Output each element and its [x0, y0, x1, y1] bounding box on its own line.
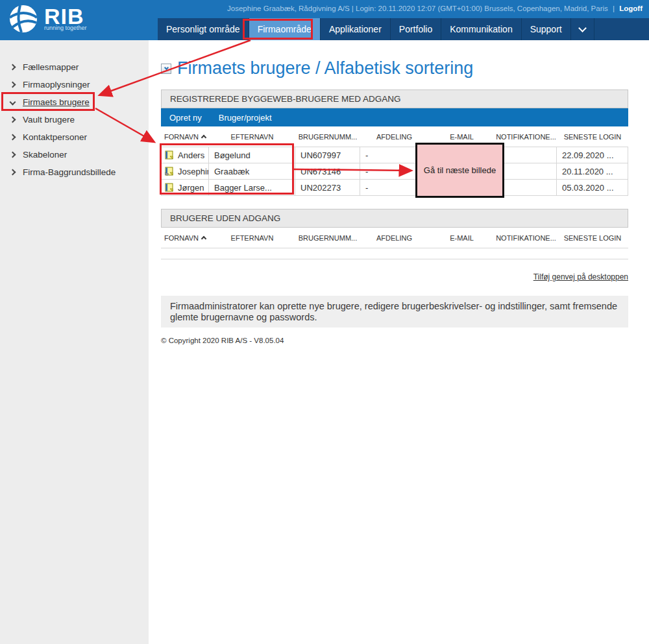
- sidebar-item-firmaets-brugere[interactable]: Firmaets brugere: [0, 93, 149, 111]
- tab-applikationer[interactable]: Applikationer: [321, 18, 391, 40]
- column-fornavn[interactable]: FORNAVN: [161, 133, 209, 141]
- chevron-down-icon: [164, 66, 168, 70]
- cell-afdeling: -: [360, 163, 428, 179]
- user-login-text: Josephine Graabæk, Rådgivning A/S | Logi…: [227, 5, 608, 12]
- top-header: RIB running together Josephine Graabæk, …: [0, 0, 649, 40]
- column-efternavn[interactable]: EFTERNAVN: [209, 133, 295, 141]
- tab-kommunikation[interactable]: Kommunikation: [441, 18, 522, 40]
- main-nav-tabbar: Personligt område Firmaområde Applikatio…: [158, 18, 649, 40]
- chevron-up-icon: [201, 135, 206, 140]
- table-row-joergen[interactable]: Jørgen Bagger Larse... UN202273 - 05.03.…: [161, 179, 628, 195]
- column-header-row: FORNAVN EFTERNAVN BRUGERNUMM... AFDELING…: [161, 126, 628, 147]
- sidebar-item-faellesmapper[interactable]: Fællesmapper: [0, 58, 149, 76]
- tab-portfolio[interactable]: Portfolio: [391, 18, 441, 40]
- chevron-right-icon: [9, 169, 16, 176]
- column-header-row: FORNAVN EFTERNAVN BRUGERNUMM... AFDELING…: [161, 228, 628, 248]
- table-row-anders[interactable]: Anders Bøgelund UN607997 - 22.09.2020 ..…: [161, 147, 628, 163]
- section-header-no-access: BRUGERE UDEN ADGANG: [161, 209, 628, 228]
- chevron-down-icon: [9, 99, 16, 106]
- table-toolbar: Opret ny Bruger/projekt: [161, 108, 628, 126]
- chevron-right-icon: [9, 117, 16, 123]
- chevron-right-icon: [9, 152, 16, 158]
- user-card-icon: [165, 183, 174, 192]
- column-seneste-login[interactable]: SENESTE LOGIN: [557, 133, 628, 141]
- cell-email: [428, 180, 495, 195]
- tab-personligt-omraade[interactable]: Personligt område: [158, 18, 249, 40]
- cell-notifikationer: [495, 163, 557, 179]
- column-brugernummer[interactable]: BRUGERNUMM...: [295, 133, 360, 141]
- cell-seneste-login: 05.03.2020 ...: [557, 180, 628, 195]
- cell-brugernummer: UN673146: [295, 163, 360, 179]
- logoff-link[interactable]: Logoff: [619, 5, 643, 12]
- cell-brugernummer: UN607997: [295, 147, 360, 163]
- chevron-right-icon: [9, 64, 16, 71]
- cell-seneste-login: 22.09.2020 ...: [557, 147, 628, 163]
- admin-info-box: Firmaadministratorer kan oprette nye bru…: [161, 296, 628, 328]
- app-window: RIB running together Josephine Graabæk, …: [0, 0, 649, 644]
- cell-brugernummer: UN202273: [295, 180, 360, 195]
- tab-firmaomraade[interactable]: Firmaområde: [249, 18, 321, 40]
- cell-email: [428, 147, 495, 163]
- registered-users-table: REGISTREREDE BYGGEWEB-BRUGERE MED ADGANG…: [161, 89, 628, 196]
- cell-afdeling: -: [360, 147, 428, 163]
- rib-sphere-icon: [8, 3, 39, 34]
- cell-fornavn: Anders: [178, 150, 204, 160]
- cell-efternavn: Bøgelund: [209, 147, 295, 163]
- rib-logo[interactable]: RIB running together: [8, 3, 87, 34]
- sidebar-item-vault-brugere[interactable]: Vault brugere: [0, 111, 149, 128]
- brand-tagline: running together: [44, 25, 87, 31]
- cell-afdeling: -: [360, 180, 428, 195]
- user-session-info: Josephine Graabæk, Rådgivning A/S | Logi…: [227, 5, 643, 12]
- user-card-icon: [165, 150, 174, 160]
- column-notifikationer[interactable]: NOTIFIKATIONE...: [495, 234, 557, 242]
- create-new-button[interactable]: Opret ny: [169, 113, 202, 123]
- sidebar-item-firmaoplysninger[interactable]: Firmaoplysninger: [0, 76, 149, 93]
- column-brugernummer[interactable]: BRUGERNUMM...: [295, 234, 360, 242]
- page-title: Firmaets brugere / Alfabetisk sortering: [177, 58, 473, 78]
- sidebar-nav: Fællesmapper Firmaoplysninger Firmaets b…: [0, 40, 149, 644]
- table-row-josephine[interactable]: Josephine Graabæk UN673146 - 20.11.2020 …: [161, 163, 628, 179]
- empty-table-row: [161, 248, 628, 259]
- tab-support[interactable]: Support: [522, 18, 571, 40]
- chevron-right-icon: [9, 82, 16, 88]
- collapse-section-button[interactable]: [161, 64, 171, 74]
- sidebar-item-kontaktpersoner[interactable]: Kontaktpersoner: [0, 128, 149, 146]
- more-tabs-button[interactable]: [571, 18, 594, 40]
- add-desktop-shortcut-link[interactable]: Tilføj genvej på desktoppen: [533, 272, 628, 281]
- cell-fornavn: Jørgen: [178, 183, 204, 193]
- sidebar-item-skabeloner[interactable]: Skabeloner: [0, 146, 149, 163]
- column-email[interactable]: E-MAIL: [428, 133, 495, 141]
- column-seneste-login[interactable]: SENESTE LOGIN: [557, 234, 628, 242]
- brand-name: RIB: [44, 6, 87, 26]
- chevron-right-icon: [9, 134, 16, 141]
- chevron-up-icon: [201, 236, 206, 241]
- chevron-down-icon: [578, 24, 587, 32]
- copyright-text: © Copyright 2020 RIB A/S - V8.05.04: [161, 337, 649, 344]
- separator: |: [613, 5, 615, 12]
- user-project-button[interactable]: Bruger/projekt: [219, 113, 272, 123]
- main-content: Firmaets brugere / Alfabetisk sortering …: [149, 40, 649, 344]
- shortcut-row: Tilføj genvej på desktoppen: [161, 272, 628, 281]
- column-email[interactable]: E-MAIL: [428, 234, 495, 242]
- sidebar-item-firma-baggrundsbillede[interactable]: Firma-Baggrundsbillede: [0, 163, 149, 181]
- no-access-users-table: BRUGERE UDEN ADGANG FORNAVN EFTERNAVN BR…: [161, 209, 628, 259]
- cell-fornavn: Josephine: [178, 167, 209, 176]
- user-card-edit-icon: [165, 167, 174, 176]
- column-fornavn[interactable]: FORNAVN: [161, 234, 209, 242]
- table-body: Anders Bøgelund UN607997 - 22.09.2020 ..…: [161, 147, 628, 196]
- column-afdeling[interactable]: AFDELING: [360, 133, 428, 141]
- cell-notifikationer: [495, 180, 557, 195]
- page-title-row: Firmaets brugere / Alfabetisk sortering: [161, 58, 649, 78]
- cell-notifikationer: [495, 147, 557, 163]
- cell-efternavn: Graabæk: [209, 163, 295, 179]
- column-afdeling[interactable]: AFDELING: [360, 234, 428, 242]
- cell-email: [428, 163, 495, 179]
- cell-efternavn: Bagger Larse...: [209, 180, 295, 195]
- column-notifikationer[interactable]: NOTIFIKATIONE...: [495, 133, 557, 141]
- cell-seneste-login: 20.11.2020 ...: [557, 163, 628, 179]
- column-efternavn[interactable]: EFTERNAVN: [209, 234, 295, 242]
- section-header-registered: REGISTREREDE BYGGEWEB-BRUGERE MED ADGANG: [161, 89, 628, 108]
